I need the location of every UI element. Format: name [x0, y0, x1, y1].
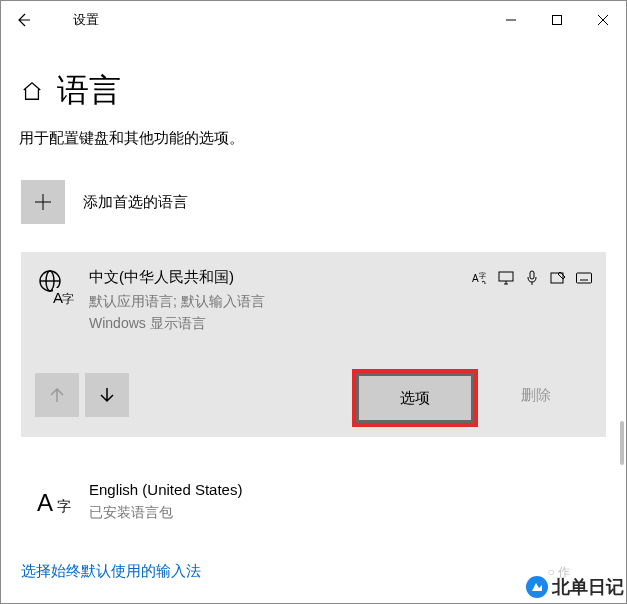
minimize-button[interactable]	[488, 1, 534, 39]
svg-text:A: A	[37, 489, 53, 516]
close-button[interactable]	[580, 1, 626, 39]
move-down-button[interactable]	[85, 373, 129, 417]
speech-icon	[524, 270, 540, 286]
page-title: 语言	[57, 69, 121, 113]
language-subtitle-2: Windows 显示语言	[89, 315, 472, 333]
options-button[interactable]: 选项	[356, 373, 474, 423]
move-up-button	[35, 373, 79, 417]
options-button-label: 选项	[400, 389, 430, 408]
svg-text:A: A	[472, 273, 479, 284]
svg-rect-19	[577, 273, 592, 283]
language-features: A字	[582, 485, 592, 522]
svg-rect-17	[530, 271, 534, 279]
svg-rect-1	[553, 16, 562, 25]
language-subtitle: 已安装语言包	[89, 504, 582, 522]
add-language-label: 添加首选的语言	[83, 193, 188, 212]
keyboard-icon	[576, 270, 592, 286]
scrollbar-thumb[interactable]	[620, 421, 624, 465]
svg-text:字: 字	[62, 292, 74, 306]
language-subtitle: 默认应用语言; 默认输入语言	[89, 293, 472, 311]
svg-text:字: 字	[57, 498, 71, 514]
language-letter-icon: A 字	[35, 481, 75, 521]
watermark-icon	[526, 576, 548, 598]
language-name: 中文(中华人民共和国)	[89, 268, 472, 287]
maximize-button[interactable]	[534, 1, 580, 39]
page-description: 用于配置键盘和其他功能的选项。	[19, 129, 606, 148]
delete-button-label: 删除	[521, 386, 551, 405]
language-item-english[interactable]: A 字 English (United States) 已安装语言包 A字	[21, 465, 606, 526]
back-button[interactable]	[1, 1, 45, 39]
handwriting-icon	[550, 270, 566, 286]
add-language-button[interactable]	[21, 180, 65, 224]
home-icon[interactable]	[21, 80, 43, 102]
text-to-speech-icon: A字	[472, 270, 488, 286]
language-features: A字	[472, 270, 592, 333]
svg-rect-18	[551, 273, 563, 283]
default-ime-link[interactable]: 选择始终默认使用的输入法	[21, 562, 201, 579]
display-icon	[498, 270, 514, 286]
language-name: English (United States)	[89, 481, 582, 498]
watermark: 北单日记	[526, 575, 624, 599]
language-globe-icon: A 字	[35, 268, 75, 308]
watermark-text: 北单日记	[552, 575, 624, 599]
svg-text:字: 字	[479, 272, 486, 279]
language-item-chinese[interactable]: A 字 中文(中华人民共和国) 默认应用语言; 默认输入语言 Windows 显…	[21, 252, 606, 437]
svg-rect-14	[499, 272, 513, 281]
delete-button: 删除	[480, 373, 592, 417]
window-title: 设置	[73, 11, 99, 29]
